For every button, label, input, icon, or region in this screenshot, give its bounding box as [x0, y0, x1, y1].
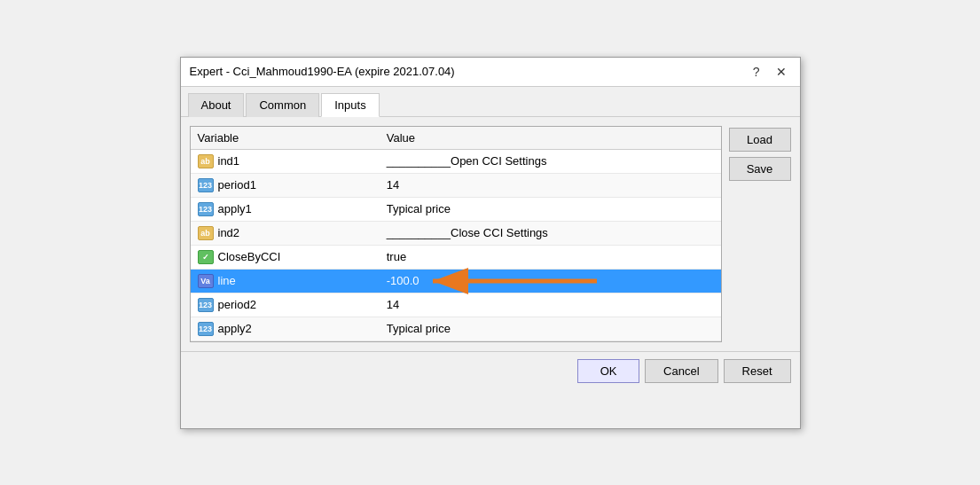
row-value: __________Open CCI Settings	[387, 154, 547, 168]
table-row[interactable]: ab ind1 __________Open CCI Settings	[191, 149, 721, 173]
content-area: Variable Value ab ind1 __________Open CC…	[181, 117, 800, 351]
close-button[interactable]: ✕	[772, 63, 791, 81]
table-row[interactable]: 123 period2 14	[191, 293, 721, 317]
tab-inputs[interactable]: Inputs	[321, 93, 379, 117]
ab-icon: ab	[198, 154, 214, 168]
variable-cell: 123 apply1	[191, 197, 380, 221]
value-cell: Typical price	[380, 317, 721, 340]
row-value: true	[387, 250, 406, 263]
variable-cell: ✓ CloseByCCI	[191, 245, 380, 269]
variable-name: line	[218, 274, 236, 287]
table-scroll[interactable]: Variable Value ab ind1 __________Open CC…	[191, 127, 721, 341]
table-row[interactable]: 123 period1 14	[191, 173, 721, 197]
value-cell: __________Close CCI Settings	[380, 221, 721, 245]
123-icon: 123	[198, 322, 214, 336]
variable-name: CloseByCCI	[218, 250, 281, 263]
variables-table-container: Variable Value ab ind1 __________Open CC…	[190, 126, 722, 342]
variable-cell: 123 period1	[191, 173, 380, 197]
tab-common[interactable]: Common	[246, 93, 319, 117]
value-cell: 14	[380, 173, 721, 197]
row-value: 14	[387, 178, 399, 192]
col-variable-header: Variable	[191, 127, 380, 150]
variable-cell: ab ind1	[191, 149, 380, 173]
row-value: -100.0	[387, 274, 419, 287]
value-cell: -100.0	[380, 269, 721, 293]
col-value-header: Value	[380, 127, 721, 150]
123-icon: 123	[198, 298, 214, 312]
cancel-button[interactable]: Cancel	[645, 359, 717, 383]
table-row[interactable]: 123 apply1 Typical price	[191, 197, 721, 221]
row-value: Typical price	[387, 202, 451, 215]
reset-button[interactable]: Reset	[724, 359, 791, 383]
variable-name: apply2	[218, 322, 252, 335]
row-value: Typical price	[387, 322, 451, 335]
title-bar-controls: ? ✕	[749, 63, 791, 81]
title-bar: Expert - Cci_Mahmoud1990-EA (expire 2021…	[181, 58, 800, 87]
load-button[interactable]: Load	[729, 128, 791, 152]
table-row[interactable]: Va line -100.0	[191, 269, 721, 293]
save-button[interactable]: Save	[729, 157, 791, 181]
table-row[interactable]: ab ind2 __________Close CCI Settings	[191, 221, 721, 245]
123-icon: 123	[198, 178, 214, 192]
variable-cell: 123 apply2	[191, 317, 380, 340]
table-row[interactable]: ✓ CloseByCCI true	[191, 245, 721, 269]
side-buttons: Load Save	[729, 126, 791, 342]
value-cell: Typical price	[380, 197, 721, 221]
footer: OK Cancel Reset	[181, 351, 800, 390]
variable-name: ind2	[218, 226, 240, 239]
variable-cell: Va line	[191, 269, 380, 293]
ok-button[interactable]: OK	[577, 359, 639, 383]
123-icon: 123	[198, 202, 214, 216]
value-cell: __________Open CCI Settings	[380, 149, 721, 173]
ab-icon: ab	[198, 226, 214, 240]
value-cell: 14	[380, 293, 721, 317]
arrow-annotation	[424, 268, 601, 294]
check-icon: ✓	[198, 250, 214, 264]
value-cell: true	[380, 245, 721, 269]
row-value: 14	[387, 298, 399, 311]
variables-table: Variable Value ab ind1 __________Open CC…	[191, 127, 721, 341]
variable-cell: ab ind2	[191, 221, 380, 245]
variable-name: apply1	[218, 202, 252, 215]
tab-about[interactable]: About	[188, 93, 245, 117]
v2-icon: Va	[198, 274, 214, 288]
window-title: Expert - Cci_Mahmoud1990-EA (expire 2021…	[190, 65, 455, 78]
main-window: Expert - Cci_Mahmoud1990-EA (expire 2021…	[180, 57, 801, 429]
variable-name: ind1	[218, 154, 240, 168]
variable-name: period2	[218, 298, 256, 311]
variable-name: period1	[218, 178, 256, 192]
tabs-bar: About Common Inputs	[181, 87, 800, 117]
help-button[interactable]: ?	[749, 63, 764, 81]
variable-cell: 123 period2	[191, 293, 380, 317]
row-value: __________Close CCI Settings	[387, 226, 548, 239]
table-row[interactable]: 123 apply2 Typical price	[191, 317, 721, 340]
